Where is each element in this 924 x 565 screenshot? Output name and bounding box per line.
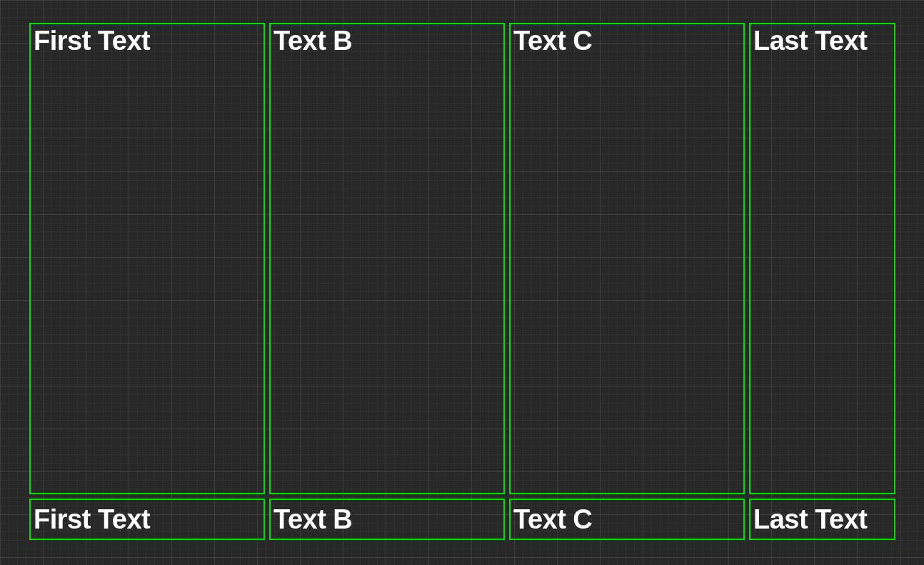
top-cell-3: Text C bbox=[509, 23, 745, 494]
bottom-cell-2: Text B bbox=[269, 499, 505, 540]
top-row: First Text Text B Text C Last Text bbox=[29, 23, 895, 494]
bottom-row: First Text Text B Text C Last Text bbox=[29, 499, 895, 540]
bottom-cell-2-label: Text B bbox=[271, 506, 355, 533]
bottom-cell-4-label: Last Text bbox=[750, 506, 870, 533]
top-cell-4-label: Last Text bbox=[750, 24, 870, 54]
bottom-cell-3-label: Text C bbox=[511, 506, 595, 533]
bottom-cell-1: First Text bbox=[29, 499, 265, 540]
top-cell-2: Text B bbox=[269, 23, 505, 494]
bottom-cell-1-label: First Text bbox=[31, 506, 153, 533]
top-cell-4: Last Text bbox=[749, 23, 895, 494]
layout-grid: First Text Text B Text C Last Text First… bbox=[29, 23, 895, 540]
bottom-cell-3: Text C bbox=[509, 499, 745, 540]
top-cell-3-label: Text C bbox=[511, 24, 595, 54]
top-cell-2-label: Text B bbox=[271, 24, 355, 54]
top-cell-1: First Text bbox=[29, 23, 265, 494]
bottom-cell-4: Last Text bbox=[749, 499, 895, 540]
top-cell-1-label: First Text bbox=[31, 24, 153, 54]
